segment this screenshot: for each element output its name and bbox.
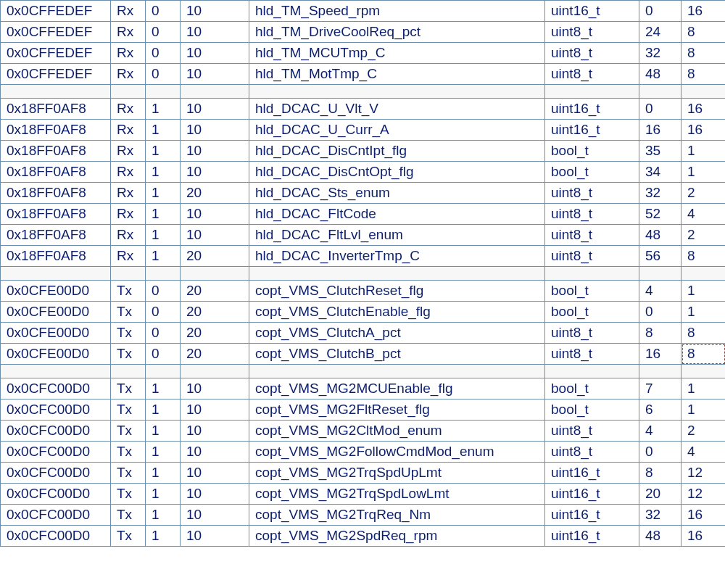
cell-id[interactable]: 0x18FF0AF8 <box>1 162 111 183</box>
cell-len[interactable]: 8 <box>682 246 726 267</box>
cell-len[interactable]: 2 <box>682 421 726 442</box>
cell-dir[interactable]: Tx <box>111 505 146 526</box>
cell-per[interactable]: 10 <box>181 120 249 141</box>
cell-id[interactable]: 0x0CFC00D0 <box>1 463 111 484</box>
cell-id[interactable]: 0x18FF0AF8 <box>1 99 111 120</box>
cell-type[interactable]: uint8_t <box>545 183 639 204</box>
cell-len[interactable]: 2 <box>682 183 726 204</box>
cell-per[interactable]: 20 <box>181 183 249 204</box>
cell-len[interactable]: 16 <box>682 526 726 547</box>
table-row[interactable]: 0x18FF0AF8Rx120hld_DCAC_InverterTmp_Cuin… <box>1 246 726 267</box>
table-row[interactable]: 0x18FF0AF8Rx110hld_DCAC_FltCodeuint8_t52… <box>1 204 726 225</box>
cell-id[interactable]: 0x0CFFEDEF <box>1 43 111 64</box>
cell-per[interactable]: 10 <box>181 43 249 64</box>
cell-type[interactable]: uint16_t <box>545 1 639 22</box>
cell-type[interactable]: uint8_t <box>545 246 639 267</box>
cell-name[interactable]: copt_VMS_MG2FltReset_flg <box>249 399 545 421</box>
cell-dir[interactable]: Rx <box>111 99 146 120</box>
cell-type[interactable]: uint8_t <box>545 22 639 43</box>
cell-ch[interactable]: 1 <box>146 421 181 442</box>
cell-start[interactable]: 34 <box>639 162 682 183</box>
cell-per[interactable]: 10 <box>181 162 249 183</box>
cell-len[interactable]: 16 <box>682 505 726 526</box>
cell-name[interactable]: copt_VMS_MG2MCUEnable_flg <box>249 378 545 399</box>
cell-id[interactable]: 0x0CFE00D0 <box>1 281 111 302</box>
cell-dir[interactable]: Tx <box>111 323 146 344</box>
cell-start[interactable]: 32 <box>639 43 682 64</box>
cell-start[interactable]: 48 <box>639 225 682 246</box>
cell-start[interactable]: 8 <box>639 463 682 484</box>
cell-type[interactable]: bool_t <box>545 399 639 421</box>
cell-start[interactable]: 16 <box>639 120 682 141</box>
cell-per[interactable]: 10 <box>181 421 249 442</box>
cell-per[interactable]: 10 <box>181 378 249 399</box>
cell-type[interactable]: uint8_t <box>545 344 639 365</box>
table-row[interactable]: 0x18FF0AF8Rx110hld_DCAC_DisCntOpt_flgboo… <box>1 162 726 183</box>
cell-start[interactable]: 52 <box>639 204 682 225</box>
cell-start[interactable]: 16 <box>639 344 682 365</box>
table-row[interactable]: 0x0CFFEDEFRx010hld_TM_MCUTmp_Cuint8_t328 <box>1 43 726 64</box>
cell-ch[interactable]: 1 <box>146 505 181 526</box>
cell-len[interactable]: 8 <box>682 323 726 344</box>
cell-ch[interactable]: 1 <box>146 463 181 484</box>
cell-name[interactable]: copt_VMS_MG2FollowCmdMod_enum <box>249 442 545 463</box>
cell-dir[interactable]: Tx <box>111 399 146 421</box>
cell-start[interactable]: 0 <box>639 1 682 22</box>
table-row[interactable]: 0x0CFE00D0Tx020copt_VMS_ClutchReset_flgb… <box>1 281 726 302</box>
cell-id[interactable]: 0x18FF0AF8 <box>1 120 111 141</box>
cell-per[interactable]: 10 <box>181 141 249 162</box>
cell-ch[interactable]: 1 <box>146 399 181 421</box>
cell-len[interactable]: 2 <box>682 225 726 246</box>
cell-dir[interactable]: Tx <box>111 484 146 505</box>
cell-ch[interactable]: 1 <box>146 225 181 246</box>
cell-type[interactable]: bool_t <box>545 378 639 399</box>
cell-start[interactable]: 0 <box>639 99 682 120</box>
signal-table[interactable]: 0x0CFFEDEFRx010hld_TM_Speed_rpmuint16_t0… <box>0 0 725 547</box>
cell-id[interactable]: 0x0CFC00D0 <box>1 505 111 526</box>
cell-ch[interactable]: 1 <box>146 246 181 267</box>
cell-start[interactable]: 4 <box>639 281 682 302</box>
cell-dir[interactable]: Rx <box>111 141 146 162</box>
cell-id[interactable]: 0x0CFE00D0 <box>1 344 111 365</box>
table-row[interactable]: 0x0CFC00D0Tx110copt_VMS_MG2TrqSpdUpLmtui… <box>1 463 726 484</box>
cell-per[interactable]: 20 <box>181 302 249 323</box>
cell-dir[interactable]: Rx <box>111 225 146 246</box>
cell-name[interactable]: hld_DCAC_DisCntOpt_flg <box>249 162 545 183</box>
cell-type[interactable]: uint8_t <box>545 442 639 463</box>
cell-len[interactable]: 8 <box>682 64 726 85</box>
cell-name[interactable]: hld_DCAC_Sts_enum <box>249 183 545 204</box>
cell-id[interactable]: 0x18FF0AF8 <box>1 141 111 162</box>
cell-ch[interactable]: 1 <box>146 183 181 204</box>
cell-per[interactable]: 10 <box>181 505 249 526</box>
table-row[interactable]: 0x18FF0AF8Rx110hld_DCAC_U_Curr_Auint16_t… <box>1 120 726 141</box>
table-row[interactable]: 0x18FF0AF8Rx110hld_DCAC_DisCntIpt_flgboo… <box>1 141 726 162</box>
cell-ch[interactable]: 1 <box>146 484 181 505</box>
table-row[interactable]: 0x18FF0AF8Rx110hld_DCAC_U_Vlt_Vuint16_t0… <box>1 99 726 120</box>
cell-dir[interactable]: Rx <box>111 22 146 43</box>
cell-start[interactable]: 56 <box>639 246 682 267</box>
cell-len[interactable]: 12 <box>682 484 726 505</box>
cell-ch[interactable]: 1 <box>146 378 181 399</box>
cell-type[interactable]: bool_t <box>545 281 639 302</box>
table-row[interactable]: 0x0CFC00D0Tx110copt_VMS_MG2CltMod_enumui… <box>1 421 726 442</box>
cell-len[interactable]: 4 <box>682 442 726 463</box>
cell-name[interactable]: hld_DCAC_U_Vlt_V <box>249 99 545 120</box>
cell-per[interactable]: 10 <box>181 463 249 484</box>
cell-id[interactable]: 0x0CFC00D0 <box>1 484 111 505</box>
cell-id[interactable]: 0x18FF0AF8 <box>1 225 111 246</box>
cell-type[interactable]: uint16_t <box>545 463 639 484</box>
cell-id[interactable]: 0x0CFC00D0 <box>1 378 111 399</box>
cell-name[interactable]: copt_VMS_ClutchEnable_flg <box>249 302 545 323</box>
cell-dir[interactable]: Tx <box>111 463 146 484</box>
table-row[interactable]: 0x0CFC00D0Tx110copt_VMS_MG2SpdReq_rpmuin… <box>1 526 726 547</box>
table-row[interactable]: 0x0CFFEDEFRx010hld_TM_MotTmp_Cuint8_t488 <box>1 64 726 85</box>
cell-ch[interactable]: 1 <box>146 120 181 141</box>
cell-per[interactable]: 10 <box>181 204 249 225</box>
cell-ch[interactable]: 0 <box>146 281 181 302</box>
cell-id[interactable]: 0x0CFFEDEF <box>1 22 111 43</box>
cell-dir[interactable]: Rx <box>111 246 146 267</box>
cell-per[interactable]: 10 <box>181 22 249 43</box>
table-row[interactable]: 0x18FF0AF8Rx110hld_DCAC_FltLvl_enumuint8… <box>1 225 726 246</box>
cell-type[interactable]: uint8_t <box>545 64 639 85</box>
cell-name[interactable]: copt_VMS_ClutchB_pct <box>249 344 545 365</box>
